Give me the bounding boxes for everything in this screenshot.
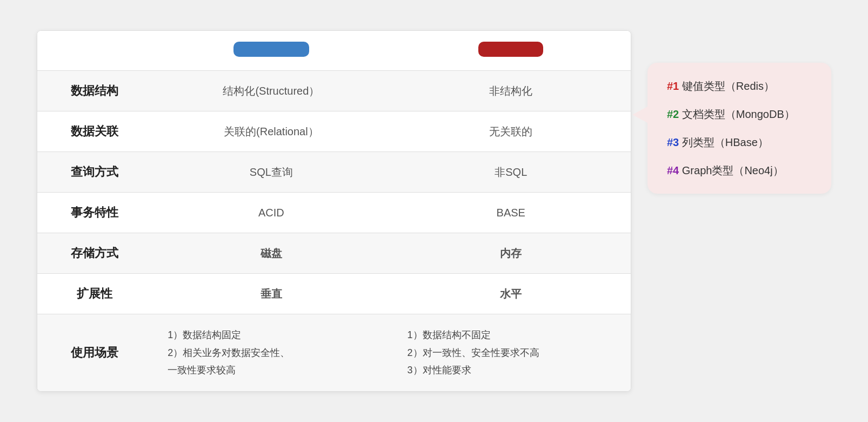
callout-items-container: #1 键值类型（Redis）#2 文档类型（MongoDB）#3 列类型（HBa… bbox=[667, 78, 812, 179]
callout-text-3: Graph类型（Neo4j） bbox=[682, 164, 784, 176]
header-empty bbox=[37, 31, 151, 71]
nosql-badge bbox=[478, 42, 543, 57]
main-container: 数据结构结构化(Structured）非结构化数据关联关联的(Relationa… bbox=[37, 30, 831, 391]
callout-text-2: 列类型（HBase） bbox=[682, 136, 769, 148]
callout-item-0: #1 键值类型（Redis） bbox=[667, 78, 812, 94]
sql-badge bbox=[233, 42, 309, 57]
sql-cell-6: 1）数据结构固定2）相关业务对数据安全性、一致性要求较高 bbox=[151, 314, 391, 391]
sql-cell-4: 磁盘 bbox=[151, 233, 391, 274]
callout-text-0: 键值类型（Redis） bbox=[682, 80, 774, 92]
callout-num-3: #4 bbox=[667, 164, 679, 176]
nosql-cell-3: BASE bbox=[391, 193, 631, 233]
sql-cell-1: 关联的(Relational） bbox=[151, 111, 391, 152]
row-label-6: 使用场景 bbox=[37, 314, 151, 391]
row-label-1: 数据关联 bbox=[37, 111, 151, 152]
comparison-table-wrapper: 数据结构结构化(Structured）非结构化数据关联关联的(Relationa… bbox=[37, 30, 631, 391]
callout-num-1: #2 bbox=[667, 108, 679, 120]
nosql-cell-0: 非结构化 bbox=[391, 71, 631, 111]
table-row: 查询方式SQL查询非SQL bbox=[37, 152, 631, 193]
nosql-cell-4: 内存 bbox=[391, 233, 631, 274]
nosql-cell-1: 无关联的 bbox=[391, 111, 631, 152]
sql-cell-0: 结构化(Structured） bbox=[151, 71, 391, 111]
callout-num-0: #1 bbox=[667, 80, 679, 92]
row-label-3: 事务特性 bbox=[37, 193, 151, 233]
callout-text-1: 文档类型（MongoDB） bbox=[682, 108, 795, 120]
callout-item-1: #2 文档类型（MongoDB） bbox=[667, 106, 812, 122]
nosql-cell-6: 1）数据结构不固定2）对一致性、安全性要求不高3）对性能要求 bbox=[391, 314, 631, 391]
callout-item-2: #3 列类型（HBase） bbox=[667, 134, 812, 150]
callout-num-2: #3 bbox=[667, 136, 679, 148]
table-row: 事务特性ACIDBASE bbox=[37, 193, 631, 233]
table-body: 数据结构结构化(Structured）非结构化数据关联关联的(Relationa… bbox=[37, 71, 631, 391]
table-row: 数据关联关联的(Relational）无关联的 bbox=[37, 111, 631, 152]
callout-item-3: #4 Graph类型（Neo4j） bbox=[667, 162, 812, 179]
row-label-4: 存储方式 bbox=[37, 233, 151, 274]
row-label-0: 数据结构 bbox=[37, 71, 151, 111]
table-row: 存储方式磁盘内存 bbox=[37, 233, 631, 274]
table-row: 扩展性垂直水平 bbox=[37, 274, 631, 314]
comparison-table: 数据结构结构化(Structured）非结构化数据关联关联的(Relationa… bbox=[37, 31, 631, 391]
table-row: 数据结构结构化(Structured）非结构化 bbox=[37, 71, 631, 111]
row-label-2: 查询方式 bbox=[37, 152, 151, 193]
sql-cell-2: SQL查询 bbox=[151, 152, 391, 193]
sql-cell-5: 垂直 bbox=[151, 274, 391, 314]
row-label-5: 扩展性 bbox=[37, 274, 151, 314]
table-header-row bbox=[37, 31, 631, 71]
sql-cell-3: ACID bbox=[151, 193, 391, 233]
nosql-cell-5: 水平 bbox=[391, 274, 631, 314]
header-nosql bbox=[391, 31, 631, 71]
nosql-types-callout: #1 键值类型（Redis）#2 文档类型（MongoDB）#3 列类型（HBa… bbox=[647, 63, 831, 194]
table-row: 使用场景1）数据结构固定2）相关业务对数据安全性、一致性要求较高1）数据结构不固… bbox=[37, 314, 631, 391]
nosql-cell-2: 非SQL bbox=[391, 152, 631, 193]
header-sql bbox=[151, 31, 391, 71]
